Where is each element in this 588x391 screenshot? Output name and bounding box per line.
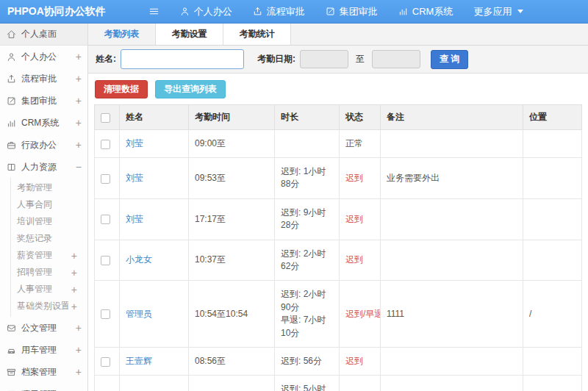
sidebar-subitem[interactable]: 薪资管理+	[11, 247, 87, 264]
sidebar-item-label: 用车管理	[21, 344, 73, 356]
sidebar-item[interactable]: 档案管理+	[0, 361, 87, 383]
expand-plus-icon[interactable]: +	[76, 322, 82, 334]
employee-name-link[interactable]: 小龙女	[126, 254, 152, 265]
column-header: 姓名	[120, 105, 189, 130]
expand-plus-icon[interactable]: +	[76, 366, 82, 378]
location-cell	[523, 347, 582, 375]
sidebar-item-label: 人力资源	[21, 161, 73, 173]
note-cell	[381, 347, 523, 375]
tab-strip: 考勤列表考勤设置考勤统计	[88, 24, 588, 46]
expand-plus-icon[interactable]: +	[76, 117, 82, 129]
employee-name-link[interactable]: 王壹辉	[126, 356, 152, 366]
note-cell	[381, 376, 523, 391]
sidebar-item[interactable]: 行政办公+	[0, 134, 87, 156]
select-all-checkbox[interactable]	[101, 113, 110, 123]
date-from-input[interactable]	[300, 50, 348, 68]
note-cell	[381, 198, 523, 240]
expand-plus-icon[interactable]: +	[71, 284, 77, 295]
sidebar-item-label: 个人桌面	[21, 28, 82, 40]
row-checkbox[interactable]	[101, 309, 110, 319]
duration-line: 迟到: 2小时62分	[281, 248, 334, 273]
employee-name-link[interactable]: 刘莹	[126, 214, 143, 224]
sidebar-subitem[interactable]: 培训管理	[11, 213, 87, 230]
note-cell	[381, 240, 523, 281]
topbar-menu-item[interactable]: 流程审批	[253, 5, 305, 18]
sidebar-item[interactable]: CRM系统+	[0, 112, 87, 134]
sidebar-item[interactable]: 人力资源−	[0, 156, 87, 178]
row-checkbox[interactable]	[101, 256, 110, 265]
sidebar-subitem[interactable]: 人事合同	[11, 196, 87, 213]
name-input[interactable]	[121, 49, 244, 69]
topbar-menu-label: 个人办公	[194, 5, 232, 18]
duration-line: 迟到: 2小时90分	[281, 288, 334, 314]
table-row: 黄蓉13:20至13:20迟到: 5小时33分早退: 4小时67分迟到/早退/	[95, 376, 582, 391]
sidebar: 个人桌面个人办公+流程审批+集团审批+CRM系统+行政办公+人力资源−考勤管理人…	[0, 24, 88, 391]
sidebar-item[interactable]: 个人办公+	[0, 46, 87, 68]
hamburger-menu-icon[interactable]	[148, 6, 159, 17]
sidebar-item-label: 项目管理	[21, 388, 73, 391]
sidebar-subitem-label: 招聘管理	[17, 266, 68, 279]
book-icon	[7, 162, 16, 172]
sidebar-item[interactable]: 流程审批+	[0, 68, 87, 90]
sidebar-subitem[interactable]: 奖惩记录	[11, 230, 87, 247]
topbar-menu-item[interactable]: 集团审批	[326, 5, 378, 18]
tab-attendance-stats[interactable]: 考勤统计	[223, 24, 291, 45]
row-checkbox[interactable]	[101, 140, 110, 149]
date-to-input[interactable]	[372, 50, 420, 68]
sidebar-subitem-label: 奖惩记录	[17, 232, 77, 245]
expand-plus-icon[interactable]: +	[76, 51, 82, 62]
chart-icon	[398, 7, 408, 16]
tab-attendance-settings[interactable]: 考勤设置	[156, 24, 223, 45]
duration-cell: 迟到: 9小时28分	[275, 198, 340, 240]
topbar-menu-item[interactable]: 个人办公	[180, 5, 232, 18]
employee-name-link[interactable]: 刘莹	[126, 138, 143, 148]
expand-plus-icon[interactable]: +	[76, 388, 82, 391]
row-checkbox[interactable]	[101, 357, 110, 367]
sidebar-subitem[interactable]: 招聘管理+	[11, 264, 87, 281]
table-body: 刘莹09:00至正常刘莹09:53至迟到: 1小时88分迟到业务需要外出刘莹17…	[95, 130, 582, 391]
sidebar-subitem[interactable]: 考勤管理	[11, 179, 87, 196]
row-checkbox[interactable]	[101, 215, 110, 224]
expand-plus-icon[interactable]: +	[76, 73, 82, 85]
employee-name-link[interactable]: 刘莹	[126, 173, 143, 183]
location-cell	[523, 240, 582, 281]
table-row: 刘莹17:17至迟到: 9小时28分迟到	[95, 198, 582, 240]
location-cell	[523, 158, 582, 199]
status-cell: 迟到	[340, 347, 381, 375]
expand-plus-icon[interactable]: +	[76, 139, 82, 151]
tab-attendance-list[interactable]: 考勤列表	[88, 24, 156, 45]
expand-plus-icon[interactable]: +	[71, 267, 77, 279]
main-content: 考勤列表考勤设置考勤统计 姓名: 考勤日期: 至 查 询 清理数据 导出查询列表…	[88, 24, 588, 391]
topbar-menu-label: CRM系统	[412, 5, 453, 18]
export-list-button[interactable]: 导出查询列表	[155, 80, 226, 98]
query-button[interactable]: 查 询	[431, 50, 468, 69]
sidebar-item[interactable]: 公文管理+	[0, 317, 87, 339]
row-checkbox[interactable]	[101, 174, 110, 184]
duration-line: 迟到: 1小时88分	[281, 165, 334, 191]
expand-plus-icon[interactable]: +	[76, 95, 82, 107]
expand-plus-icon[interactable]: +	[71, 301, 77, 312]
topbar: PHPOA协同办公软件 个人办公流程审批集团审批CRM系统更多应用	[0, 0, 588, 24]
sidebar-item[interactable]: 项目管理+	[0, 383, 87, 391]
topbar-menu-label: 更多应用	[473, 5, 512, 18]
sidebar-subitem[interactable]: 人事管理+	[11, 281, 87, 298]
location-cell	[523, 130, 582, 158]
expand-plus-icon[interactable]: +	[71, 250, 77, 262]
sidebar-subitem[interactable]: 基础类别设置+	[11, 298, 87, 315]
sidebar-subnav: 考勤管理人事合同培训管理奖惩记录薪资管理+招聘管理+人事管理+基础类别设置+	[10, 178, 87, 317]
sidebar-item[interactable]: 用车管理+	[0, 339, 87, 361]
clean-data-button[interactable]: 清理数据	[95, 80, 148, 98]
car-icon	[7, 345, 16, 355]
topbar-menu-item[interactable]: CRM系统	[398, 5, 453, 18]
sidebar-item[interactable]: 个人桌面	[0, 24, 87, 46]
flow-icon	[253, 7, 262, 16]
attendance-time-cell: 10:37至	[189, 240, 275, 281]
sidebar-item[interactable]: 集团审批+	[0, 90, 87, 112]
topbar-menu: 个人办公流程审批集团审批CRM系统更多应用	[180, 5, 524, 18]
employee-name-link[interactable]: 管理员	[126, 309, 152, 319]
collapse-minus-icon[interactable]: −	[76, 161, 82, 173]
expand-plus-icon[interactable]: +	[76, 344, 82, 356]
duration-line: 迟到: 9小时28分	[281, 207, 334, 232]
topbar-menu-item[interactable]: 更多应用	[473, 5, 523, 18]
column-header: 备注	[381, 105, 523, 130]
